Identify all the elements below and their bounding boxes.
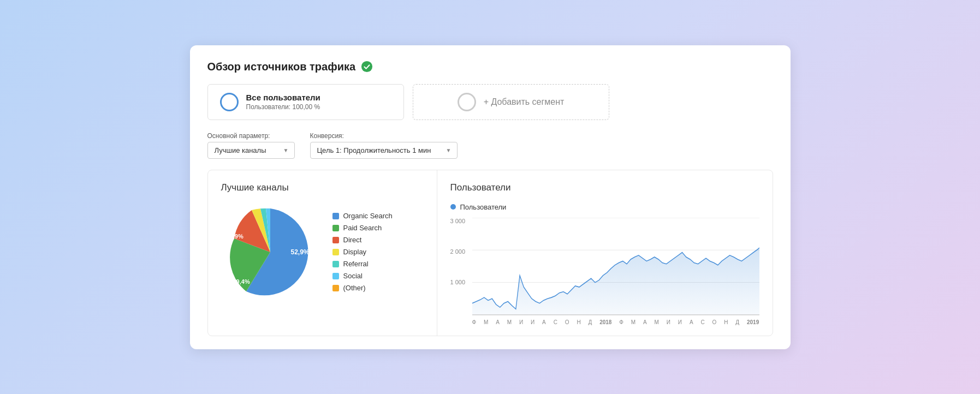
x-label-d2: Д <box>735 319 739 325</box>
chart-legend-row: Пользователи <box>450 203 759 211</box>
chart-legend-label: Пользователи <box>460 203 507 211</box>
x-label-i2: И <box>531 319 534 325</box>
x-label-m1: М <box>484 319 488 325</box>
pie-label-direct: 14,9% <box>227 233 243 240</box>
x-label-a1: А <box>496 319 500 325</box>
x-label-d1: Д <box>589 319 592 325</box>
y-label-1000: 1 000 <box>450 279 466 285</box>
y-label-2000: 2 000 <box>450 248 466 255</box>
legend-label-paid: Paid Search <box>343 224 382 232</box>
legend-label-direct: Direct <box>343 236 362 244</box>
legend-item-paid: Paid Search <box>332 224 393 232</box>
x-label-i1: И <box>519 319 523 325</box>
primary-param-group: Основной параметр: Лучшие каналы ▼ <box>207 132 295 159</box>
primary-param-label: Основной параметр: <box>207 132 295 140</box>
pie-label-paid: 19,4% <box>233 278 250 285</box>
x-axis-labels: Ф М А М И И А С О Н Д 2018 Ф М А <box>472 319 759 325</box>
dropdown-arrow-icon: ▼ <box>283 147 289 153</box>
legend-item-organic: Organic Search <box>332 212 393 220</box>
x-label-n1: Н <box>577 319 580 325</box>
segment-ring-icon <box>220 93 239 111</box>
x-label-i3: И <box>667 319 670 325</box>
all-users-segment[interactable]: Все пользователи Пользователи: 100,00 % <box>207 84 404 120</box>
primary-param-value: Лучшие каналы <box>215 146 266 154</box>
pie-legend-row: 52,9% 19,4% 14,9% Organic Search Paid Se… <box>221 203 424 301</box>
main-card: Обзор источников трафика Все пользовател… <box>190 45 791 349</box>
x-label-2019: 2019 <box>747 319 759 325</box>
legend-dot-display <box>332 249 339 255</box>
legend-label-other: (Other) <box>343 284 366 292</box>
svg-point-0 <box>361 61 372 72</box>
right-panel-title: Пользователи <box>450 182 759 193</box>
add-segment-label: + Добавить сегмент <box>484 97 565 107</box>
legend-item-display: Display <box>332 248 393 256</box>
x-label-f2: Ф <box>619 319 623 325</box>
pie-label-organic: 52,9% <box>290 248 309 256</box>
check-circle-icon <box>361 61 373 73</box>
x-label-a2: А <box>542 319 546 325</box>
legend-item-referral: Referral <box>332 260 393 268</box>
y-label-3000: 3 000 <box>450 218 466 224</box>
legend-item-direct: Direct <box>332 236 393 244</box>
line-chart-svg <box>472 218 759 316</box>
legend-label-referral: Referral <box>343 260 369 268</box>
y-axis-labels: 3 000 2 000 1 000 0 <box>450 218 466 327</box>
main-content: Лучшие каналы <box>207 170 773 336</box>
legend-label-social: Social <box>343 272 363 280</box>
legend-label-display: Display <box>343 248 367 256</box>
legend-dot-other <box>332 285 339 291</box>
x-label-m4: М <box>655 319 659 325</box>
segment-text: Все пользователи Пользователи: 100,00 % <box>246 93 320 111</box>
x-label-o2: О <box>712 319 717 325</box>
chart-svg-wrap: Ф М А М И И А С О Н Д 2018 Ф М А <box>472 218 759 316</box>
segment-main-label: Все пользователи <box>246 93 320 102</box>
conversion-value: Цель 1: Продолжительность 1 мин <box>317 146 431 154</box>
legend-dot-paid <box>332 225 339 231</box>
left-panel-title: Лучшие каналы <box>221 182 424 193</box>
legend-label-organic: Organic Search <box>343 212 393 220</box>
x-label-s1: С <box>554 319 557 325</box>
legend-item-social: Social <box>332 272 393 280</box>
controls-row: Основной параметр: Лучшие каналы ▼ Конве… <box>207 132 773 159</box>
pie-chart: 52,9% 19,4% 14,9% <box>221 203 319 301</box>
legend-dot-social <box>332 273 339 279</box>
legend-dot-organic <box>332 213 339 219</box>
conversion-group: Конверсия: Цель 1: Продолжительность 1 м… <box>310 132 458 159</box>
x-label-s2: С <box>700 319 704 325</box>
x-label-m2: М <box>507 319 512 325</box>
conversion-dropdown[interactable]: Цель 1: Продолжительность 1 мин ▼ <box>310 142 458 159</box>
x-label-n2: Н <box>724 319 728 325</box>
x-label-a4: А <box>690 319 693 325</box>
primary-param-dropdown[interactable]: Лучшие каналы ▼ <box>207 142 295 159</box>
x-label-f1: Ф <box>472 319 477 325</box>
x-label-2018: 2018 <box>599 319 611 325</box>
segment-sub-label: Пользователи: 100,00 % <box>246 103 320 111</box>
card-title-row: Обзор источников трафика <box>207 61 773 73</box>
x-label-o1: О <box>565 319 569 325</box>
add-segment-ring-icon <box>458 93 476 111</box>
legend-dot-referral <box>332 261 339 267</box>
add-segment-button[interactable]: + Добавить сегмент <box>413 84 609 120</box>
conversion-label: Конверсия: <box>310 132 458 140</box>
card-title-text: Обзор источников трафика <box>207 61 356 73</box>
x-label-a3: А <box>643 319 647 325</box>
x-label-m3: М <box>631 319 635 325</box>
conversion-dropdown-arrow-icon: ▼ <box>446 147 452 153</box>
left-panel: Лучшие каналы <box>208 170 437 336</box>
pie-legend: Organic Search Paid Search Direct Displa… <box>332 212 393 292</box>
right-panel: Пользователи Пользователи 3 000 2 000 1 … <box>437 170 773 336</box>
legend-item-other: (Other) <box>332 284 393 292</box>
chart-legend-dot <box>450 204 456 210</box>
segments-row: Все пользователи Пользователи: 100,00 % … <box>207 84 773 120</box>
x-label-i4: И <box>678 319 682 325</box>
legend-dot-direct <box>332 237 339 243</box>
chart-area: 3 000 2 000 1 000 0 <box>450 218 759 327</box>
